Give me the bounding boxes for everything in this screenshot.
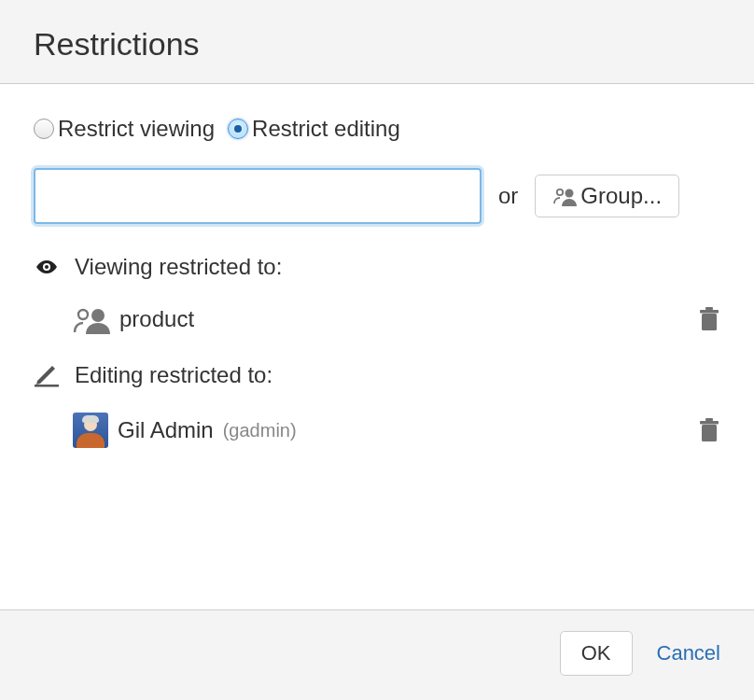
svg-rect-9 bbox=[35, 385, 59, 387]
svg-rect-11 bbox=[700, 421, 719, 425]
ok-button[interactable]: OK bbox=[560, 631, 633, 676]
or-label: or bbox=[498, 183, 518, 209]
group-picker-button[interactable]: Group... bbox=[535, 175, 679, 217]
list-item: Gil Admin (gadmin) bbox=[34, 405, 720, 455]
radio-label: Restrict editing bbox=[252, 116, 400, 142]
radio-label: Restrict viewing bbox=[58, 116, 215, 142]
svg-point-1 bbox=[566, 189, 574, 198]
restrict-viewing-option[interactable]: Restrict viewing bbox=[34, 116, 215, 142]
entry-username: (gadmin) bbox=[223, 420, 297, 441]
list-item: product bbox=[34, 297, 720, 342]
svg-rect-10 bbox=[702, 425, 717, 441]
svg-point-5 bbox=[91, 309, 105, 322]
restrictions-dialog: Restrictions Restrict viewing Restrict e… bbox=[0, 0, 754, 700]
user-group-input[interactable] bbox=[34, 168, 482, 224]
editing-section: Editing restricted to: Gil Admin (gadmin… bbox=[34, 362, 720, 455]
restrict-editing-option[interactable]: Restrict editing bbox=[228, 116, 400, 142]
cancel-link[interactable]: Cancel bbox=[657, 641, 720, 665]
user-avatar-icon bbox=[73, 413, 108, 448]
restriction-type-radios: Restrict viewing Restrict editing bbox=[34, 116, 720, 142]
dialog-footer: OK Cancel bbox=[0, 610, 754, 700]
group-icon bbox=[73, 304, 110, 334]
svg-point-4 bbox=[78, 310, 88, 319]
viewing-section-title-row: Viewing restricted to: bbox=[34, 254, 720, 280]
entry-name: Gil Admin bbox=[118, 417, 214, 443]
svg-point-0 bbox=[557, 189, 563, 195]
pencil-icon bbox=[34, 363, 60, 387]
viewing-section-title: Viewing restricted to: bbox=[75, 254, 282, 280]
radio-icon bbox=[34, 119, 54, 139]
editing-section-title: Editing restricted to: bbox=[75, 362, 272, 388]
radio-icon bbox=[228, 119, 248, 139]
editing-section-title-row: Editing restricted to: bbox=[34, 362, 720, 388]
dialog-body: Restrict viewing Restrict editing or bbox=[0, 84, 754, 610]
svg-point-3 bbox=[45, 265, 49, 269]
group-icon bbox=[552, 186, 577, 206]
delete-entry-button[interactable] bbox=[698, 306, 720, 332]
user-group-picker-row: or Group... bbox=[34, 168, 720, 224]
delete-entry-button[interactable] bbox=[698, 417, 720, 443]
viewing-section: Viewing restricted to: product bbox=[34, 254, 720, 342]
dialog-header: Restrictions bbox=[0, 0, 754, 84]
svg-rect-12 bbox=[705, 418, 713, 421]
dialog-title: Restrictions bbox=[34, 26, 720, 63]
svg-rect-8 bbox=[705, 307, 713, 310]
group-button-label: Group... bbox=[580, 183, 662, 209]
entry-name: product bbox=[119, 306, 194, 332]
eye-icon bbox=[34, 258, 60, 276]
svg-rect-6 bbox=[702, 314, 717, 330]
svg-rect-7 bbox=[700, 310, 719, 314]
